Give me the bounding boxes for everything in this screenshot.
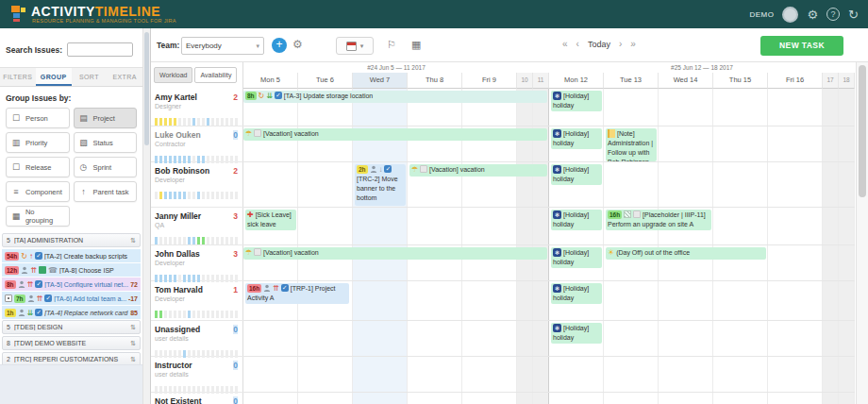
search-row: Search Issues:: [6, 42, 137, 57]
group-buttons: ☐Person ▤Project ▥Priority ▧Status ☐Rele…: [6, 108, 137, 227]
task-note[interactable]: [Note] Administration | Follow up with B…: [606, 128, 657, 161]
person-row-not-existent[interactable]: Not Existent 0: [151, 393, 243, 404]
task-sick-leave[interactable]: ✚ [Sick Leave] sick leave: [245, 210, 296, 230]
nav-prev-icon[interactable]: ‹: [576, 39, 579, 49]
sidebar-scroll-thumb[interactable]: [144, 32, 149, 145]
project-icon: ▤: [79, 113, 89, 123]
task-holiday-tom[interactable]: ❄ [Holiday] holiday: [551, 283, 602, 304]
refresh-icon[interactable]: ↻: [848, 7, 859, 23]
person-row-instructor[interactable]: Instructor 0 user details: [151, 357, 243, 393]
group-by-status-button[interactable]: ▧Status: [74, 132, 138, 153]
task-ta3[interactable]: 8h ↻ ⇊ ✓ [TA-3] Update storage location: [243, 91, 547, 103]
task-day-off[interactable]: ☀ (Day Off) out of the office: [606, 247, 766, 260]
group-header-tdes[interactable]: 5 [TDES] DESIGN ⇅: [2, 320, 141, 334]
sort-arrows-icon[interactable]: ⇅: [130, 237, 136, 244]
task-placeholder[interactable]: 16h [Placeholder | IIIP-11] Perform an u…: [606, 210, 711, 230]
timeline-scroll-thumb[interactable]: [859, 65, 866, 197]
tab-sort[interactable]: SORT: [72, 68, 108, 86]
brand-activity: ACTIVITY: [31, 4, 95, 19]
group-by-sprint-button[interactable]: ◷Sprint: [74, 157, 138, 177]
issue-metric: -17: [128, 295, 138, 302]
group-count: 8: [7, 340, 10, 346]
person-row-tom[interactable]: Tom Harvald 1 Developer: [151, 281, 243, 321]
group-by-priority-button[interactable]: ▥Priority: [6, 132, 70, 153]
holiday-icon: ❄: [553, 129, 561, 138]
person-row-amy[interactable]: Amy Kartel 2 Designer: [151, 89, 243, 126]
task-holiday-amy[interactable]: ❄ [Holiday] holiday: [551, 91, 602, 111]
person-task-count: 1: [233, 285, 238, 295]
person-row-bob[interactable]: Bob Robinson 2 Developer: [151, 162, 243, 208]
task-trc2[interactable]: 2h ↓ ✓ [TRC-2] Move banner to the bottom: [355, 164, 406, 206]
group-header-tdw[interactable]: 8 [TDW] DEMO WEBSITE ⇅: [2, 336, 141, 350]
issue-row-ta2[interactable]: 54h ↻ ↑ ✓ [TA-2] Create backup scripts: [2, 249, 141, 262]
milestones-flag-icon[interactable]: ⚐: [387, 39, 396, 51]
today-button[interactable]: Today: [588, 40, 610, 49]
project-groups: 5 [TA] ADMINISTRATION ⇅ 54h ↻ ↑ ✓ [TA-2]…: [2, 233, 141, 382]
sort-arrows-icon[interactable]: ⇅: [130, 324, 136, 331]
tab-extra[interactable]: EXTRA: [107, 68, 142, 86]
holiday-icon: ❄: [553, 324, 561, 332]
expand-box-icon[interactable]: [5, 295, 12, 302]
issue-row-ta5[interactable]: 8h ⇈ ✓ [TA-5] Configure virtual net... 7…: [2, 278, 141, 291]
group-by-no-grouping-button[interactable]: ▦No grouping: [6, 206, 70, 227]
sidebar-scrollbar[interactable]: [142, 28, 150, 404]
person-row-unassigned[interactable]: Unassigned 0 user details: [151, 321, 243, 357]
user-avatar[interactable]: [782, 7, 798, 23]
task-trp1[interactable]: 16h ⇈ ✓ [TRP-1] Project Activity A: [245, 283, 349, 304]
new-task-button[interactable]: NEW TASK: [760, 36, 843, 56]
group-by-release-button[interactable]: ☐Release: [6, 157, 70, 177]
day-header-weekend: 18: [839, 73, 855, 89]
group-by-project-button[interactable]: ▤Project: [74, 108, 138, 128]
tab-filters[interactable]: FILTERS: [0, 68, 36, 86]
settings-gear-icon[interactable]: ⚙: [807, 7, 818, 23]
task-holiday-janny[interactable]: ❄ [Holiday] holiday: [551, 210, 602, 230]
group-button-label: Status: [93, 139, 113, 147]
task-vacation-john[interactable]: ☂ [Vacation] vacation: [243, 247, 547, 260]
group-by-component-button[interactable]: ≡Component: [6, 181, 70, 202]
nav-last-icon[interactable]: »: [630, 39, 636, 49]
task-holiday-luke[interactable]: ❄ [Holiday] holiday: [551, 128, 602, 149]
group-header-ta[interactable]: 5 [TA] ADMINISTRATION ⇅: [2, 233, 141, 247]
tab-workload[interactable]: Workload: [154, 67, 192, 83]
nav-next-icon[interactable]: ›: [619, 39, 622, 49]
add-team-button[interactable]: +: [272, 38, 287, 53]
timeline-scrollbar[interactable]: [856, 62, 868, 404]
brand-title: ACTIVITYTIMELINE: [31, 4, 160, 19]
task-holiday-john[interactable]: ❄ [Holiday] holiday: [551, 247, 602, 268]
priority-highest-icon: ↑: [29, 252, 33, 261]
task-vacation-luke[interactable]: ☂ [Vacation] vacation: [243, 128, 547, 141]
group-button-label: Person: [25, 114, 48, 123]
task-type-icon: ✓: [384, 165, 392, 173]
timeline-row: [243, 357, 855, 393]
person-row-luke[interactable]: Luke Ouken 0 Contractor: [151, 126, 243, 162]
planner-grid-icon[interactable]: ▦: [411, 39, 421, 51]
tab-group[interactable]: GROUP: [36, 68, 72, 86]
in-progress-icon: ↻: [259, 92, 265, 100]
task-holiday-unassigned[interactable]: ❄ [Holiday] holiday: [551, 323, 602, 344]
vacation-icon: ☂: [411, 165, 418, 174]
group-by-person-button[interactable]: ☐Person: [6, 108, 70, 128]
assignee-icon: [370, 165, 377, 173]
team-select[interactable]: Everybody ▾: [181, 37, 264, 55]
view-mode-dropdown[interactable]: ▾: [336, 37, 374, 55]
person-row-john[interactable]: John Dallas 3 Developer: [151, 245, 243, 281]
sort-arrows-icon[interactable]: ⇅: [130, 340, 136, 347]
issue-row-ta8[interactable]: 12h ⇈ ☎ [TA-8] Choose ISP: [2, 263, 141, 277]
person-row-janny[interactable]: Janny Miller 3 QA: [151, 208, 243, 245]
team-settings-icon[interactable]: ⚙: [292, 38, 303, 51]
search-issues-input[interactable]: [67, 42, 133, 57]
task-vacation-bob[interactable]: ☂ [Vacation] vacation: [409, 164, 547, 177]
workload-bars: [155, 269, 240, 278]
nav-first-icon[interactable]: «: [562, 39, 568, 49]
sort-arrows-icon[interactable]: ⇅: [130, 356, 136, 363]
person-task-count: 2: [233, 166, 238, 176]
help-icon[interactable]: ?: [826, 8, 840, 21]
task-holiday-bob[interactable]: ❄ [Holiday] holiday: [551, 164, 602, 185]
tab-availability[interactable]: Availability: [194, 67, 237, 83]
assignee-icon: [18, 280, 25, 288]
person-name: Unassigned: [155, 325, 200, 334]
person-role: Developer: [155, 177, 185, 183]
issue-row-ta6[interactable]: 7h ⇈ ✓ [TA-6] Add total team a... -17: [2, 292, 141, 305]
issue-row-ta4[interactable]: 1h ⇊ ✓ [TA-4] Replace network card 85: [2, 306, 141, 319]
group-by-parent-task-button[interactable]: ↑Parent task: [74, 181, 138, 202]
